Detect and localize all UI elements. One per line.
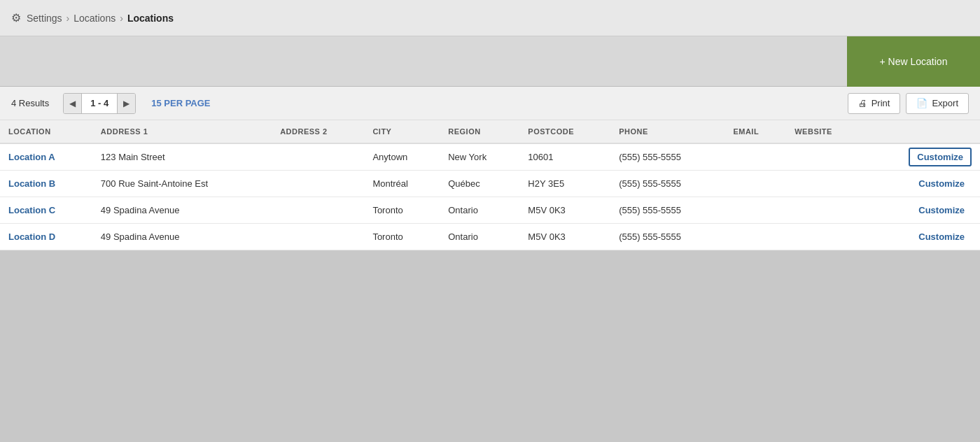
results-count: 4 Results <box>11 98 49 108</box>
col-header-actions <box>864 120 980 143</box>
region-cell: Québec <box>440 171 519 197</box>
breadcrumb-locations[interactable]: Locations <box>74 13 115 24</box>
city-cell: Toronto <box>364 197 440 224</box>
col-header-address2: ADDRESS 2 <box>272 120 364 143</box>
email-cell <box>724 171 786 197</box>
location-cell[interactable]: Location A <box>0 143 92 171</box>
location-cell[interactable]: Location B <box>0 171 92 197</box>
col-header-city: CITY <box>364 120 440 143</box>
customize-cell: Customize <box>864 224 980 250</box>
website-cell <box>786 171 864 197</box>
toolbar: + New Location <box>0 36 980 87</box>
postcode-cell: H2Y 3E5 <box>519 171 610 197</box>
address1-cell: 49 Spadina Avenue <box>92 197 272 224</box>
address2-cell <box>272 143 364 171</box>
location-link[interactable]: Location D <box>8 231 55 242</box>
col-header-website: WEBSITE <box>786 120 864 143</box>
print-button[interactable]: 🖨 Print <box>848 93 901 114</box>
address2-cell <box>272 171 364 197</box>
locations-table: LOCATION ADDRESS 1 ADDRESS 2 CITY REGION… <box>0 120 980 250</box>
postcode-cell: 10601 <box>519 143 610 171</box>
customize-button[interactable]: Customize <box>911 176 972 192</box>
location-link[interactable]: Location A <box>8 152 55 162</box>
address2-cell <box>272 197 364 224</box>
col-header-email: EMAIL <box>724 120 786 143</box>
customize-button[interactable]: Customize <box>911 202 972 218</box>
table-row: Location A123 Main StreetAnytownNew York… <box>0 143 980 171</box>
controls-right: 🖨 Print 📄 Export <box>848 93 969 114</box>
breadcrumb-bar: ⚙ Settings › Locations › Locations <box>0 0 980 36</box>
controls-bar: 4 Results ◀ 1 - 4 ▶ 15 PER PAGE 🖨 Print … <box>0 87 980 120</box>
postcode-cell: M5V 0K3 <box>519 224 610 250</box>
address1-cell: 49 Spadina Avenue <box>92 224 272 250</box>
address2-cell <box>272 224 364 250</box>
city-cell: Montréal <box>364 171 440 197</box>
col-header-address1: ADDRESS 1 <box>92 120 272 143</box>
export-button[interactable]: 📄 Export <box>906 93 969 114</box>
export-label: Export <box>932 98 958 108</box>
table-row: Location B700 Rue Saint-Antoine EstMontr… <box>0 171 980 197</box>
city-cell: Anytown <box>364 143 440 171</box>
table-container: LOCATION ADDRESS 1 ADDRESS 2 CITY REGION… <box>0 120 980 250</box>
breadcrumb-settings[interactable]: Settings <box>27 13 62 24</box>
breadcrumb-separator-2: › <box>120 13 123 24</box>
location-link[interactable]: Location B <box>8 178 55 189</box>
email-cell <box>724 197 786 224</box>
website-cell <box>786 143 864 171</box>
phone-cell: (555) 555-5555 <box>610 171 724 197</box>
table-row: Location C49 Spadina AvenueTorontoOntari… <box>0 197 980 224</box>
location-cell[interactable]: Location D <box>0 224 92 250</box>
table-row: Location D49 Spadina AvenueTorontoOntari… <box>0 224 980 250</box>
pagination: ◀ 1 - 4 ▶ <box>63 93 136 114</box>
col-header-phone: PHONE <box>610 120 724 143</box>
phone-cell: (555) 555-5555 <box>610 143 724 171</box>
customize-button[interactable]: Customize <box>911 229 972 245</box>
region-cell: Ontario <box>440 224 519 250</box>
new-location-button[interactable]: + New Location <box>847 36 980 87</box>
address1-cell: 700 Rue Saint-Antoine Est <box>92 171 272 197</box>
breadcrumb-current: Locations <box>127 13 174 24</box>
email-cell <box>724 143 786 171</box>
col-header-location: LOCATION <box>0 120 92 143</box>
export-icon: 📄 <box>916 98 927 108</box>
customize-cell: Customize <box>864 197 980 224</box>
print-icon: 🖨 <box>858 98 867 108</box>
breadcrumb-separator-1: › <box>66 13 70 24</box>
region-cell: New York <box>440 143 519 171</box>
phone-cell: (555) 555-5555 <box>610 224 724 250</box>
pagination-current: 1 - 4 <box>81 94 118 113</box>
pagination-prev-button[interactable]: ◀ <box>64 94 81 113</box>
customize-button[interactable]: Customize <box>909 148 972 166</box>
postcode-cell: M5V 0K3 <box>519 197 610 224</box>
region-cell: Ontario <box>440 197 519 224</box>
col-header-postcode: POSTCODE <box>519 120 610 143</box>
location-cell[interactable]: Location C <box>0 197 92 224</box>
controls-left: 4 Results ◀ 1 - 4 ▶ 15 PER PAGE <box>11 93 211 114</box>
pagination-next-button[interactable]: ▶ <box>118 94 135 113</box>
website-cell <box>786 224 864 250</box>
customize-cell: Customize <box>864 171 980 197</box>
per-page-label[interactable]: 15 PER PAGE <box>151 98 210 108</box>
website-cell <box>786 197 864 224</box>
email-cell <box>724 224 786 250</box>
customize-cell: Customize <box>864 143 980 171</box>
gear-icon: ⚙ <box>11 11 21 24</box>
print-label: Print <box>872 98 890 108</box>
footer-area <box>0 250 980 404</box>
location-link[interactable]: Location C <box>8 205 55 215</box>
address1-cell: 123 Main Street <box>92 143 272 171</box>
table-header-row: LOCATION ADDRESS 1 ADDRESS 2 CITY REGION… <box>0 120 980 143</box>
city-cell: Toronto <box>364 224 440 250</box>
col-header-region: REGION <box>440 120 519 143</box>
phone-cell: (555) 555-5555 <box>610 197 724 224</box>
